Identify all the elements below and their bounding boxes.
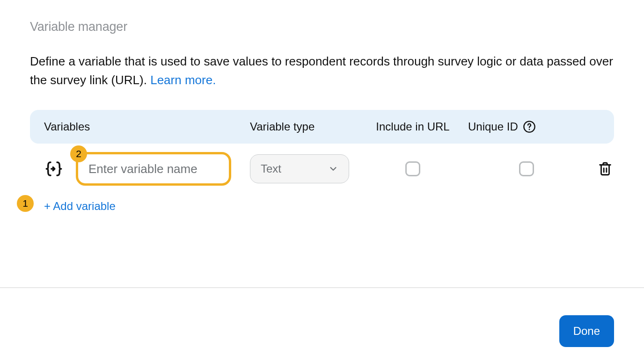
dialog-content: Variable manager Define a variable that … [0,0,644,213]
column-unique-id: Unique ID [468,120,585,133]
variable-icon [44,159,64,179]
help-icon[interactable] [523,120,536,133]
svg-point-1 [528,129,530,130]
include-url-checkbox[interactable] [405,161,420,176]
variable-name-wrap: 2 [76,152,231,186]
row-actions [585,161,613,177]
dialog-title: Variable manager [30,20,614,34]
column-include-url: Include in URL [358,120,468,133]
done-button[interactable]: Done [559,315,614,347]
learn-more-link[interactable]: Learn more. [150,73,216,87]
variable-name-input[interactable] [76,152,231,186]
trash-icon[interactable] [597,161,613,177]
description-text: Define a variable that is used to save v… [30,54,613,87]
variable-type-cell: Text [250,154,358,183]
column-variable-type: Variable type [250,120,358,133]
annotation-badge-1: 1 [17,195,34,212]
column-variables: Variables [44,120,250,133]
variable-type-select[interactable]: Text [250,154,349,183]
add-variable-link[interactable]: + Add variable [44,200,116,212]
variable-row: 2 Text [30,144,614,190]
dialog-description: Define a variable that is used to save v… [30,52,614,89]
table-header: Variables Variable type Include in URL U… [30,110,614,144]
footer-divider [0,287,644,288]
include-url-cell [358,161,468,176]
variable-name-cell: 2 [44,152,250,186]
column-unique-id-label: Unique ID [468,120,518,133]
annotation-badge-2: 2 [70,145,87,162]
variable-type-value: Text [261,162,281,175]
variable-manager-dialog: Variable manager Define a variable that … [0,0,644,362]
chevron-down-icon [328,164,338,174]
unique-id-checkbox[interactable] [519,161,534,176]
unique-id-cell [468,161,585,176]
add-variable-row: 1 + Add variable [30,194,614,213]
